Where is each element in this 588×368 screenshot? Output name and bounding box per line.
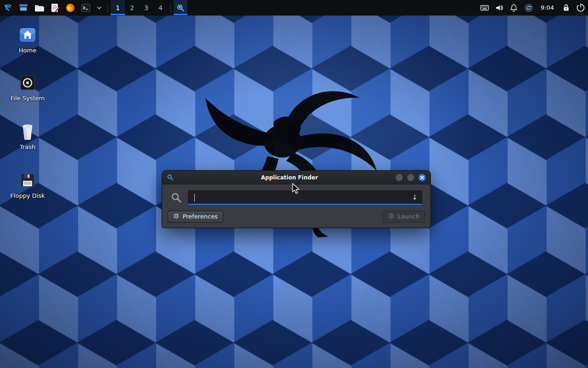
text-editor-launcher[interactable] bbox=[47, 0, 62, 15]
workspace-4-button[interactable]: 4 bbox=[153, 0, 168, 15]
application-finder-window-icon bbox=[167, 174, 174, 181]
desktop-icon-label: File System bbox=[11, 95, 45, 102]
volume-tray-button[interactable] bbox=[492, 0, 507, 15]
workspace-3-button[interactable]: 3 bbox=[139, 0, 153, 15]
keyboard-tray-button[interactable] bbox=[477, 0, 492, 15]
top-panel: 1 2 3 4 bbox=[0, 0, 588, 15]
drive-icon bbox=[17, 74, 38, 92]
trash-icon bbox=[17, 122, 38, 141]
folder-icon bbox=[34, 3, 44, 13]
firefox-launcher[interactable] bbox=[62, 0, 78, 15]
launch-button-label: Launch bbox=[398, 213, 419, 220]
taskbar-application-finder-button[interactable] bbox=[174, 0, 187, 15]
maximize-button[interactable] bbox=[407, 174, 414, 181]
titlebar[interactable]: Application Finder bbox=[162, 171, 430, 184]
desktop-icon-home[interactable]: Home bbox=[5, 26, 51, 54]
desktop-icon-label: Trash bbox=[20, 144, 35, 150]
launch-button[interactable]: ⚙ Launch bbox=[383, 211, 425, 223]
close-icon bbox=[420, 176, 424, 179]
panel-separator bbox=[170, 3, 171, 12]
kali-menu-icon bbox=[2, 2, 13, 13]
lock-tray-button[interactable] bbox=[559, 0, 573, 15]
search-row: ↓ bbox=[168, 190, 425, 205]
desktop-icon-trash[interactable]: Trash bbox=[5, 122, 51, 150]
lock-icon bbox=[562, 3, 571, 12]
file-manager-launcher[interactable] bbox=[16, 0, 31, 15]
button-row: ⚙ Preferences ⚙ Launch bbox=[168, 211, 425, 223]
window-buttons bbox=[391, 174, 426, 181]
file-manager-icon bbox=[18, 3, 28, 13]
notifications-bell-icon bbox=[509, 3, 518, 12]
text-caret bbox=[194, 194, 195, 201]
panel-separator bbox=[107, 3, 108, 12]
firefox-icon bbox=[65, 3, 75, 13]
workspace-1-button[interactable]: 1 bbox=[111, 0, 125, 15]
panel-left: 1 2 3 4 bbox=[0, 0, 187, 15]
preferences-button-label: Preferences bbox=[182, 213, 217, 220]
application-finder-window: Application Finder ↓ ⚙ bbox=[162, 170, 431, 228]
folder-launcher[interactable] bbox=[31, 0, 47, 15]
floppy-disk-icon bbox=[17, 171, 38, 190]
finder-body: ↓ ⚙ Preferences ⚙ Launch bbox=[162, 184, 430, 228]
gear-icon: ⚙ bbox=[173, 213, 179, 220]
dropdown-arrow-icon[interactable]: ↓ bbox=[412, 194, 418, 201]
preferences-button[interactable]: ⚙ Preferences bbox=[168, 211, 223, 223]
launch-gear-icon: ⚙ bbox=[388, 213, 394, 220]
chevron-down-icon bbox=[96, 5, 102, 11]
desktop-icon-floppy-disk[interactable]: Floppy Disk bbox=[5, 171, 51, 199]
logout-icon bbox=[576, 3, 585, 12]
volume-icon bbox=[495, 3, 504, 12]
update-orb-icon bbox=[524, 3, 533, 12]
terminal-dropdown-button[interactable] bbox=[94, 0, 105, 15]
application-finder-icon bbox=[176, 4, 185, 12]
window-title: Application Finder bbox=[190, 174, 389, 181]
search-icon bbox=[170, 192, 182, 203]
logout-tray-button[interactable] bbox=[573, 0, 588, 15]
desktop-icon-file-system[interactable]: File System bbox=[5, 74, 51, 102]
text-editor-icon bbox=[50, 3, 60, 13]
notifications-tray-button[interactable] bbox=[507, 0, 521, 15]
panel-tray: 9:04 bbox=[477, 0, 588, 15]
update-tray-button[interactable] bbox=[521, 0, 536, 15]
close-button[interactable] bbox=[418, 174, 426, 181]
search-input[interactable]: ↓ bbox=[188, 190, 422, 205]
minimize-button[interactable] bbox=[396, 174, 403, 181]
keyboard-icon bbox=[480, 3, 489, 12]
home-icon bbox=[17, 26, 38, 44]
desktop-icon-label: Floppy Disk bbox=[10, 193, 45, 199]
workspace-2-button[interactable]: 2 bbox=[125, 0, 139, 15]
terminal-icon bbox=[81, 3, 91, 13]
terminal-launcher[interactable] bbox=[78, 0, 94, 15]
kali-menu-button[interactable] bbox=[0, 0, 16, 15]
panel-clock[interactable]: 9:04 bbox=[536, 4, 559, 11]
desktop-icon-label: Home bbox=[19, 47, 36, 54]
